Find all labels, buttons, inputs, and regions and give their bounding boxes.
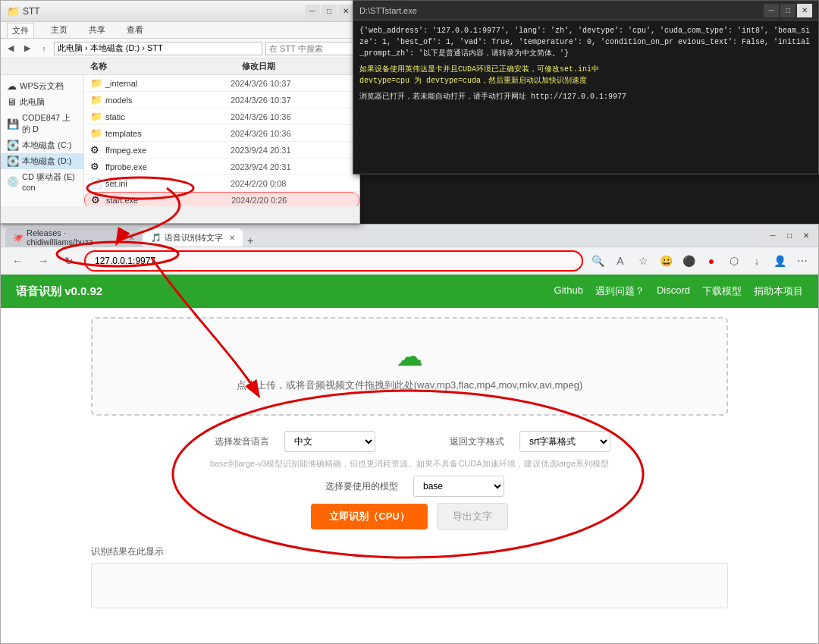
export-button[interactable]: 导出文字 [437,503,508,530]
browser-emoji-icon[interactable]: 😀 [656,251,676,271]
file-item-internal[interactable]: 📁 _internal 2024/3/26 10:37 [84,75,359,92]
ribbon-tab-file[interactable]: 文件 [7,23,34,38]
format-select[interactable]: srt字幕格式 [519,431,610,452]
language-label: 选择发音语言 [209,435,269,448]
tab-close-buzz[interactable]: ✕ [128,234,134,242]
terminal-close[interactable]: ✕ [797,4,812,17]
terminal-body: {'web_address': '127.0.0.1:9977', 'lang'… [353,20,818,174]
ribbon-tab-view[interactable]: 查看 [122,23,148,37]
file-item-ffmpeg[interactable]: ⚙ ffmpeg.exe 2023/9/24 20:31 [84,142,359,159]
file-date-models: 2024/3/26 10:37 [231,96,291,105]
file-name-templates: templates [105,129,231,138]
nav-item-cd-drive[interactable]: 💿 CD 驱动器 (E) con [1,169,83,194]
tab-label-stt: 语音识别转文字 [165,232,223,243]
back-button[interactable]: ◀ [4,42,17,55]
nav-label-computer: 此电脑 [20,96,45,108]
upload-area[interactable]: ☁ 点击上传，或将音频视频文件拖拽到此处(wav,mp3,flac,mp4,mo… [91,317,728,416]
browser-circle-icon[interactable]: ⚫ [679,251,698,271]
address-input[interactable] [54,42,262,55]
titlebar-controls: ─ □ ✕ [305,5,353,18]
upload-cloud-icon: ☁ [396,341,423,372]
nav-download-model[interactable]: 下载模型 [702,284,742,298]
browser-forward-button[interactable]: → [33,250,54,272]
nav-label-c-drive: 本地磁盘 (C:) [22,140,71,151]
file-item-setini[interactable]: 📄 set.ini 2024/2/20 0:08 [84,175,359,192]
terminal-minimize[interactable]: ─ [764,4,779,17]
app-header: 语音识别 v0.0.92 Github 遇到问题？ Discord 下载模型 捐… [1,275,818,308]
file-item-templates[interactable]: 📁 templates 2024/3/26 10:36 [84,125,359,142]
model-select[interactable]: base [413,476,504,497]
file-explorer-titlebar: 📁 STT ─ □ ✕ [1,1,359,22]
browser-action-icons: 🔍 A ☆ 😀 ⚫ ● ⬡ ↓ 👤 ⋯ [588,251,812,271]
drive-icon-3: 💽 [7,156,19,167]
language-select[interactable]: 中文 [284,431,375,452]
browser-refresh-button[interactable]: ↻ [58,250,80,272]
terminal-maximize[interactable]: □ [780,4,795,17]
nav-label-wps: WPS云文档 [20,80,64,92]
up-button[interactable]: ↑ [37,42,51,55]
button-row: 立即识别（CPU） 导出文字 [91,503,728,530]
folder-icon-templates: 📁 [90,127,102,140]
cloud-icon: ☁ [7,80,17,92]
window-title: STT [23,6,40,17]
upload-text: 点击上传，或将音频视频文件拖拽到此处(wav,mp3,flac,mp4,mov,… [237,379,583,392]
browser-extensions-icon[interactable]: ⬡ [724,251,744,271]
file-name-ffmpeg: ffmpeg.exe [105,146,231,155]
file-name-static: static [105,112,231,121]
browser-tab-buzz[interactable]: 🐙 Releases · chidiwilliams/buzz ✕ [5,228,142,247]
file-date-start: 2024/2/20 0:26 [231,196,287,205]
nav-issue[interactable]: 遇到问题？ [595,284,645,298]
tab-label-buzz: Releases · chidiwilliams/buzz [27,228,122,247]
controls-section: 选择发音语言 中文 返回文字格式 srt字幕格式 base到large-v3模型… [91,425,728,536]
forward-button[interactable]: ▶ [20,42,34,55]
browser-download-icon[interactable]: ↓ [747,251,767,271]
tab-close-stt[interactable]: ✕ [229,234,235,242]
recognize-button[interactable]: 立即识别（CPU） [311,504,427,529]
browser-menu-icon[interactable]: ⋯ [792,251,812,271]
browser-back-button[interactable]: ← [7,250,28,272]
browser-search-icon[interactable]: 🔍 [588,251,607,271]
browser-close[interactable]: ✕ [799,229,814,243]
terminal-line-1: {'web_address': '127.0.0.1:9977', 'lang'… [359,25,812,59]
nav-item-c-drive[interactable]: 💽 本地磁盘 (C:) [1,137,83,153]
browser-translate-icon[interactable]: A [610,251,630,271]
nav-item-computer[interactable]: 🖥 此电脑 [1,94,83,110]
file-name-models: models [105,96,231,105]
browser-url-input[interactable] [84,250,583,272]
exe-icon-ffmpeg: ⚙ [90,144,102,156]
nav-label-code847: CODE847 上的 D [22,112,77,135]
file-list-header: 名称 修改日期 [1,58,359,75]
browser-circle-red-icon[interactable]: ● [701,251,721,271]
hint-text: base到large-v3模型识别能准确精确，但也更消耗资源。如果不具备CUDA… [91,458,728,470]
nav-discord[interactable]: Discord [657,284,690,298]
format-label: 返回文字格式 [436,435,504,448]
browser-people-icon[interactable]: 👤 [770,251,789,271]
browser-minimize[interactable]: ─ [765,229,780,243]
terminal-line-2: 如果设备使用英伟达显卡并且CUDA环境已正确安装，可修改set.ini中 [359,64,812,75]
tab-add-button[interactable]: + [244,234,256,247]
file-item-ffprobe[interactable]: ⚙ ffprobe.exe 2023/9/24 20:31 [84,159,359,175]
exe-icon-start: ⚙ [91,194,103,206]
maximize-button[interactable]: □ [322,5,337,18]
nav-donate[interactable]: 捐助本项目 [754,284,803,298]
browser-maximize[interactable]: □ [782,229,797,243]
file-name-ffprobe: ffprobe.exe [105,162,231,171]
nav-github[interactable]: Github [554,284,583,298]
nav-item-code847[interactable]: 💾 CODE847 上的 D [1,110,83,137]
app-logo: 语音识别 v0.0.92 [16,284,102,299]
close-button[interactable]: ✕ [338,5,353,18]
browser-tab-stt[interactable]: 🎵 语音识别转文字 ✕ [143,228,243,247]
ribbon-tab-share[interactable]: 共享 [84,23,110,37]
exe-icon-ffprobe: ⚙ [90,161,102,173]
minimize-button[interactable]: ─ [305,5,320,18]
terminal-controls: ─ □ ✕ [764,4,812,17]
nav-item-wps[interactable]: ☁ WPS云文档 [1,78,83,94]
file-item-static[interactable]: 📁 static 2024/3/26 10:36 [84,108,359,125]
browser-bookmark-icon[interactable]: ☆ [633,251,653,271]
nav-item-d-drive[interactable]: 💽 本地磁盘 (D:) [1,153,83,169]
file-date-ffprobe: 2023/9/24 20:31 [231,162,291,171]
file-item-models[interactable]: 📁 models 2024/3/26 10:37 [84,92,359,108]
file-item-start[interactable]: ⚙ start.exe 2024/2/20 0:26 [84,192,359,206]
ribbon-tab-home[interactable]: 主页 [46,23,72,37]
search-input[interactable] [265,42,356,55]
